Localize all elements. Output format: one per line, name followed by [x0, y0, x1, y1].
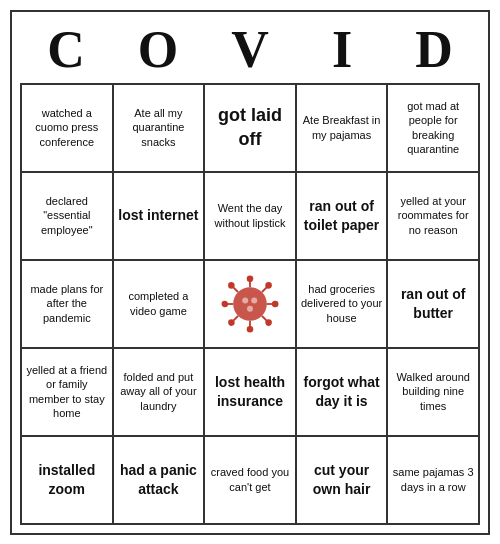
svg-point-16: [266, 320, 271, 325]
bingo-cell-9[interactable]: yelled at your roommates for no reason: [388, 173, 480, 261]
svg-point-0: [233, 287, 267, 321]
svg-point-4: [248, 326, 253, 331]
bingo-cell-24[interactable]: same pajamas 3 days in a row: [388, 437, 480, 525]
bingo-cell-21[interactable]: had a panic attack: [114, 437, 206, 525]
bingo-cell-0[interactable]: watched a cuomo press conference: [22, 85, 114, 173]
bingo-card: COVID watched a cuomo press conferenceAt…: [10, 10, 490, 535]
bingo-cell-13[interactable]: had groceries delivered to your house: [297, 261, 389, 349]
bingo-cell-8[interactable]: ran out of toilet paper: [297, 173, 389, 261]
bingo-cell-17[interactable]: lost health insurance: [205, 349, 297, 437]
bingo-cell-19[interactable]: Walked around building nine times: [388, 349, 480, 437]
bingo-cell-16[interactable]: folded and put away all of your laundry: [114, 349, 206, 437]
bingo-cell-22[interactable]: craved food you can't get: [205, 437, 297, 525]
bingo-cell-2[interactable]: got laid off: [205, 85, 297, 173]
svg-point-17: [242, 297, 248, 303]
bingo-cell-1[interactable]: Ate all my quarantine snacks: [114, 85, 206, 173]
bingo-cell-12[interactable]: [205, 261, 297, 349]
bingo-cell-23[interactable]: cut your own hair: [297, 437, 389, 525]
svg-point-8: [273, 301, 278, 306]
bingo-cell-5[interactable]: declared "essential employee": [22, 173, 114, 261]
bingo-header: COVID: [20, 20, 480, 79]
bingo-cell-15[interactable]: yelled at a friend or family member to s…: [22, 349, 114, 437]
svg-point-18: [251, 297, 257, 303]
svg-point-12: [266, 283, 271, 288]
svg-point-6: [222, 301, 227, 306]
header-letter: D: [390, 20, 478, 79]
header-letter: C: [22, 20, 110, 79]
bingo-cell-6[interactable]: lost internet: [114, 173, 206, 261]
bingo-cell-3[interactable]: Ate Breakfast in my pajamas: [297, 85, 389, 173]
bingo-cell-20[interactable]: installed zoom: [22, 437, 114, 525]
bingo-cell-10[interactable]: made plans for after the pandemic: [22, 261, 114, 349]
bingo-cell-18[interactable]: forgot what day it is: [297, 349, 389, 437]
svg-point-19: [247, 305, 253, 311]
header-letter: O: [114, 20, 202, 79]
header-letter: I: [298, 20, 386, 79]
header-letter: V: [206, 20, 294, 79]
bingo-cell-4[interactable]: got mad at people for breaking quarantin…: [388, 85, 480, 173]
virus-icon: [220, 274, 280, 334]
svg-point-10: [229, 283, 234, 288]
bingo-cell-7[interactable]: Went the day without lipstick: [205, 173, 297, 261]
bingo-cell-11[interactable]: completed a video game: [114, 261, 206, 349]
bingo-cell-14[interactable]: ran out of butter: [388, 261, 480, 349]
svg-point-2: [248, 276, 253, 281]
svg-point-14: [229, 320, 234, 325]
bingo-grid: watched a cuomo press conferenceAte all …: [20, 83, 480, 525]
